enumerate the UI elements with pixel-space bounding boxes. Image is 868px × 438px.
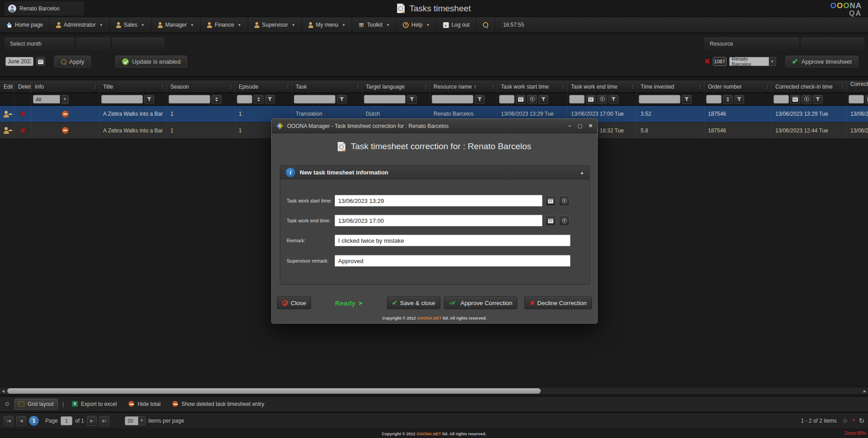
- resource-dropdown-button[interactable]: ▼: [769, 57, 776, 66]
- month-input[interactable]: [5, 57, 33, 66]
- decline-correction-button[interactable]: ✖Decline Correction: [524, 297, 592, 309]
- col-header-episode[interactable]: Episode⋮: [235, 80, 292, 93]
- remark-input[interactable]: [335, 235, 571, 246]
- column-menu-icon[interactable]: ⋮: [698, 84, 702, 89]
- info-filter-dropdown-button[interactable]: ▼: [61, 95, 69, 104]
- end-time-filter-input[interactable]: [569, 95, 585, 104]
- episode-filter-input[interactable]: [237, 95, 252, 104]
- target-language-filter-input[interactable]: [364, 95, 406, 104]
- column-menu-icon[interactable]: ⋮: [160, 84, 165, 89]
- grid-layout-button[interactable]: Grid layout: [14, 399, 58, 410]
- col-header-order-number[interactable]: Order number⋮: [704, 80, 772, 93]
- title-filter-input[interactable]: [101, 95, 143, 104]
- column-menu-icon[interactable]: ⋮: [93, 84, 97, 89]
- col-header-corrected-checkout-time[interactable]: Corrected check-out time: [847, 80, 868, 93]
- col-header-resource-name[interactable]: Resource name↑⋮: [430, 80, 497, 93]
- end-time-input[interactable]: [335, 215, 542, 226]
- end-time-clock-button[interactable]: [597, 95, 607, 104]
- resource-name-filter-input[interactable]: [432, 95, 473, 104]
- info-filter-select[interactable]: All: [33, 95, 60, 104]
- current-page-badge[interactable]: 1: [29, 416, 39, 426]
- show-deleted-button[interactable]: Show deleted task timesheet entry: [169, 399, 268, 409]
- resource-id-input[interactable]: [713, 57, 726, 66]
- current-user-tile[interactable]: Renato Barcelos: [5, 1, 84, 15]
- nav-finance[interactable]: Finance▼: [201, 17, 248, 33]
- col-header-task[interactable]: Task⋮: [292, 80, 362, 93]
- update-enabled-button[interactable]: Update is enabled: [115, 56, 187, 67]
- corrected-checkin-filter-input[interactable]: [774, 95, 789, 104]
- title-filter-funnel-button[interactable]: [144, 95, 154, 104]
- resource-name-filter-funnel-button[interactable]: [475, 95, 485, 104]
- edit-icon[interactable]: [4, 127, 10, 134]
- start-time-clock-button[interactable]: [559, 195, 570, 206]
- task-filter-funnel-button[interactable]: [337, 95, 347, 104]
- end-time-clock-button[interactable]: [559, 215, 570, 226]
- gear-icon[interactable]: ⚙: [5, 400, 10, 407]
- approve-correction-button[interactable]: Approve Correction: [444, 297, 518, 309]
- episode-filter-spinner[interactable]: [254, 95, 264, 104]
- col-header-season[interactable]: Season⋮: [167, 80, 235, 93]
- apply-button[interactable]: Apply: [54, 56, 91, 67]
- minimize-button[interactable]: [568, 123, 571, 129]
- info-cell[interactable]: [31, 106, 99, 122]
- nav-help[interactable]: Help▼: [396, 17, 437, 33]
- page-size-dropdown-button[interactable]: ▼: [138, 416, 146, 425]
- col-header-corrected-checkin-time[interactable]: Corrected check-in time⋮: [772, 80, 847, 93]
- delete-icon[interactable]: ✖: [20, 110, 26, 118]
- scroll-right-arrow[interactable]: ▶: [862, 388, 868, 394]
- col-header-time-invested[interactable]: Time invested⋮: [637, 80, 704, 93]
- maximize-button[interactable]: [577, 123, 582, 129]
- column-menu-icon[interactable]: ⋮: [491, 84, 495, 89]
- hide-total-button[interactable]: Hide total: [125, 399, 164, 409]
- approve-timesheet-button[interactable]: ✔Approve timesheet: [785, 56, 859, 67]
- col-header-target-language[interactable]: Target language⋮: [362, 80, 430, 93]
- panel-header[interactable]: i New task timesheet information ▲: [280, 166, 590, 179]
- close-button[interactable]: Close: [277, 297, 311, 309]
- nav-log-out[interactable]: Log out: [437, 17, 476, 33]
- nav-search[interactable]: [476, 17, 495, 33]
- corrected-checkin-clock-button[interactable]: [802, 95, 811, 104]
- edit-cell[interactable]: [0, 106, 14, 122]
- column-menu-icon[interactable]: ⋮: [840, 84, 844, 89]
- close-window-button[interactable]: [589, 123, 593, 129]
- horizontal-scrollbar[interactable]: ◀ ▶: [0, 387, 868, 394]
- season-filter-spinner[interactable]: [212, 95, 222, 104]
- nav-supervisor[interactable]: Supervisor▼: [248, 17, 302, 33]
- end-time-calendar-button[interactable]: [586, 95, 596, 104]
- start-time-clock-button[interactable]: [527, 95, 537, 104]
- start-time-funnel-button[interactable]: [538, 95, 548, 104]
- column-menu-icon[interactable]: ⋮: [228, 84, 233, 89]
- end-time-calendar-button[interactable]: [545, 215, 556, 226]
- nav-home-page[interactable]: Home page: [0, 17, 50, 33]
- nav-administrator[interactable]: Administrator▼: [50, 17, 110, 33]
- order-number-filter-input[interactable]: [706, 95, 722, 104]
- scroll-left-arrow[interactable]: ◀: [0, 388, 6, 394]
- nav-sales[interactable]: Sales▼: [110, 17, 151, 33]
- info-cell[interactable]: [31, 122, 99, 138]
- column-menu-icon[interactable]: ⋮: [630, 84, 635, 89]
- corrected-checkout-filter-input[interactable]: [849, 95, 864, 104]
- end-time-funnel-button[interactable]: [609, 95, 618, 104]
- delete-cell[interactable]: ✖: [14, 106, 31, 122]
- collapse-panel-icon[interactable]: ▲: [580, 170, 584, 175]
- column-menu-icon[interactable]: ⋮: [423, 84, 428, 89]
- refresh-icon[interactable]: ↻: [859, 417, 864, 425]
- column-menu-icon[interactable]: ⋮: [355, 84, 360, 89]
- nav-toolkit[interactable]: Toolkit▼: [352, 17, 396, 33]
- episode-filter-funnel-button[interactable]: [265, 95, 275, 104]
- first-page-button[interactable]: [4, 416, 14, 426]
- corrected-checkin-funnel-button[interactable]: [813, 95, 823, 104]
- col-header-info[interactable]: Info⋮: [31, 80, 99, 93]
- column-menu-icon[interactable]: ⋮: [765, 84, 769, 89]
- dialog-title-bar[interactable]: OOONA Manager - Task timesheet correctio…: [272, 119, 597, 133]
- resource-name-dropdown[interactable]: Renato Barcelos: [729, 57, 769, 66]
- start-time-input[interactable]: [335, 195, 542, 207]
- edit-cell[interactable]: [0, 122, 14, 138]
- nav-my-menu[interactable]: My menu▼: [302, 17, 352, 33]
- clear-resource-icon[interactable]: ✖: [704, 57, 710, 66]
- export-excel-button[interactable]: Export to excel: [68, 399, 120, 409]
- col-header-task-work-end-time[interactable]: Task work end time⋮: [567, 80, 637, 93]
- time-invested-filter-input[interactable]: [639, 95, 680, 104]
- delete-icon[interactable]: ✖: [20, 127, 26, 135]
- scrollbar-thumb[interactable]: [7, 388, 541, 394]
